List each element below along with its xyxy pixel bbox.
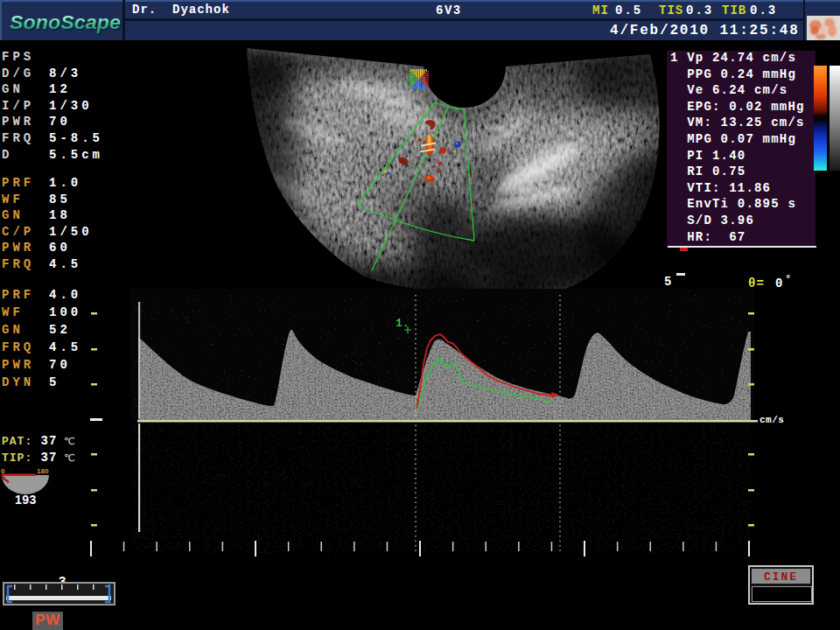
svg-text:1.: 1. — [396, 317, 410, 330]
